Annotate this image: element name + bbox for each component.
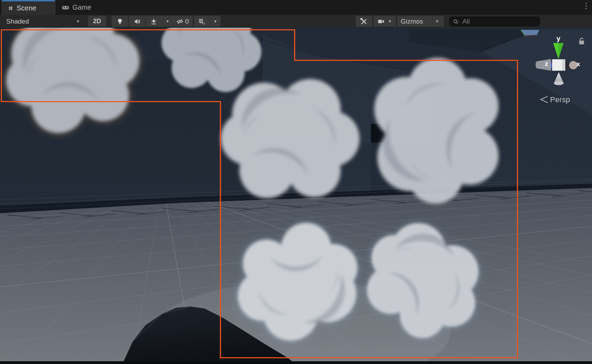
group-separator <box>210 17 210 26</box>
grid-dropdown-icon[interactable]: ▼ <box>212 20 219 23</box>
projection-label[interactable]: Persp <box>550 95 570 104</box>
scene-grid-icon <box>8 5 14 11</box>
draw-mode-dropdown[interactable]: Shaded ▼ <box>3 16 83 27</box>
toggle-2d-button[interactable]: 2D <box>88 16 106 27</box>
toolbar-divider <box>85 17 86 26</box>
light-bulb-icon <box>117 18 123 25</box>
axis-y-label: y <box>556 35 560 42</box>
search-icon <box>453 19 460 25</box>
search-input[interactable] <box>462 17 548 26</box>
audio-toggle-button[interactable] <box>129 16 145 27</box>
scene-view-toolbar: Shaded ▼ 2D <box>0 15 592 28</box>
gizmos-label: Gizmos <box>401 18 431 25</box>
scene-search-field[interactable] <box>449 17 540 26</box>
toggle-2d-label: 2D <box>93 18 101 25</box>
gizmos-dropdown[interactable]: Gizmos ▼ <box>397 16 444 27</box>
grid-visibility-icon[interactable]: y <box>195 18 209 25</box>
lighting-toggle-button[interactable] <box>112 16 128 27</box>
chevron-down-icon: ▼ <box>76 20 80 23</box>
effects-dropdown-icon[interactable]: ▼ <box>164 20 172 23</box>
effects-star-icon[interactable] <box>147 18 161 25</box>
wrench-pencil-icon <box>360 18 367 25</box>
gizmo-cube-side <box>562 59 565 71</box>
more-menu-icon[interactable]: ⋮ <box>582 2 589 10</box>
axis-neg-y-base <box>554 81 564 85</box>
scene-visibility-button[interactable]: 0 <box>173 16 193 27</box>
tab-scene-label: Scene <box>17 4 36 12</box>
hidden-count-label: 0 <box>185 18 189 25</box>
effects-toggle-group: ▼ <box>146 16 173 27</box>
eye-slash-icon <box>176 18 183 25</box>
axis-x-label: x <box>576 60 580 68</box>
tab-game-label: Game <box>72 3 91 11</box>
scene-viewport[interactable]: y z x Persp <box>0 28 592 364</box>
camera-icon[interactable] <box>376 19 386 24</box>
tab-game[interactable]: Game <box>55 0 97 15</box>
grid-axis-label: y <box>203 21 205 25</box>
component-tools-button[interactable] <box>356 16 372 27</box>
tab-scene[interactable]: Scene <box>1 0 55 15</box>
speaker-icon <box>134 18 140 25</box>
unity-editor-window: Scene Game ⋮ Shaded ▼ 2D <box>0 0 592 364</box>
viewport-bottom-edge <box>0 361 592 364</box>
group-separator <box>162 17 163 26</box>
camera-settings-group: ▼ <box>374 16 396 27</box>
scene-3d-canvas: y z x Persp <box>0 28 592 364</box>
camera-dropdown-icon[interactable]: ▼ <box>386 20 393 23</box>
axis-z-label: z <box>545 60 548 67</box>
gamepad-icon <box>62 5 69 10</box>
tab-strip: Scene Game ⋮ <box>0 0 592 15</box>
grid-settings-group: y ▼ <box>194 16 220 27</box>
group-separator <box>432 17 433 26</box>
gizmos-caret-icon: ▼ <box>434 20 440 23</box>
draw-mode-label: Shaded <box>6 18 76 25</box>
